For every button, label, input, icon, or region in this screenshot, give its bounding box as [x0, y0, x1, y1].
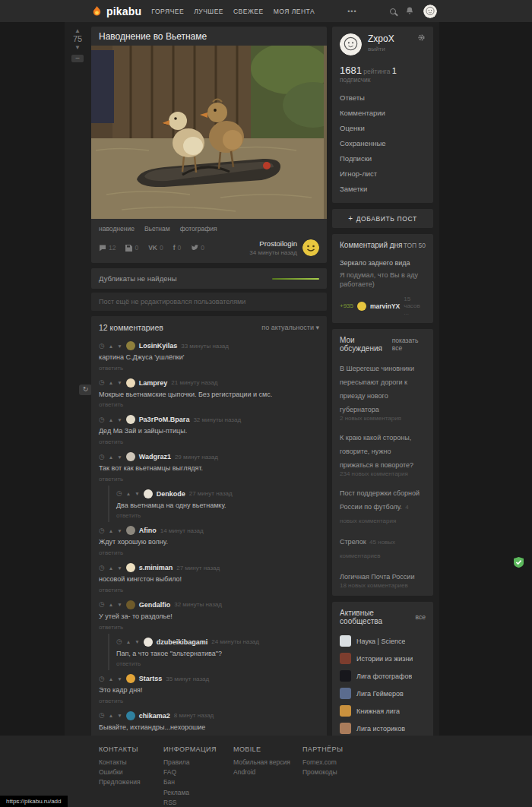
reply-link[interactable]: ответить	[116, 512, 319, 519]
post-author-block[interactable]: Prostoilogin 34 минуты назад	[249, 239, 297, 256]
reply-link[interactable]: ответить	[116, 660, 319, 667]
downvote-icon[interactable]: ▼	[117, 343, 122, 349]
nav-my-feed[interactable]: МОЯ ЛЕНТА	[274, 8, 315, 15]
community-item[interactable]: Книжная лига	[340, 705, 426, 717]
avatar[interactable]	[126, 600, 135, 609]
pikabu-logo[interactable]: pikabu	[91, 5, 141, 17]
discussion-item[interactable]: В Шерегеше чиновники пересыпают дороги к…	[340, 360, 426, 422]
vk-share-stat[interactable]: VK 0	[148, 244, 163, 252]
upvote-icon[interactable]: ▲	[109, 528, 113, 533]
clock-icon[interactable]: ◷	[99, 527, 105, 534]
avatar[interactable]	[126, 674, 135, 683]
profile-username[interactable]: ZxpoX	[368, 33, 394, 44]
upvote-icon[interactable]: ▲	[126, 491, 131, 496]
comments-sort-dropdown[interactable]: по актуальности ▾	[261, 324, 319, 331]
nav-best[interactable]: ЛУЧШЕЕ	[194, 8, 223, 15]
post-author-avatar[interactable]	[302, 239, 319, 256]
bell-icon[interactable]	[406, 7, 413, 15]
clock-icon[interactable]: ◷	[99, 601, 105, 608]
reply-link[interactable]: ответить	[99, 624, 319, 631]
logout-link[interactable]: выйти	[368, 46, 394, 52]
search-icon[interactable]	[390, 8, 396, 14]
show-all-link[interactable]: показать все	[392, 337, 426, 352]
comments-count-stat[interactable]: 12	[99, 244, 116, 252]
discussion-item[interactable]: Пост поддержки сборной России по футболу…	[340, 485, 426, 526]
reply-link[interactable]: ответить	[99, 476, 319, 483]
downvote-icon[interactable]: ▼	[117, 528, 122, 533]
comment-author[interactable]: s.miniman	[139, 564, 173, 571]
clock-icon[interactable]: ◷	[99, 565, 105, 571]
comment-author[interactable]: Afino	[139, 527, 157, 534]
avatar[interactable]	[144, 638, 153, 647]
downvote-icon[interactable]: ▼	[117, 417, 122, 422]
downvote-icon[interactable]: ▼	[117, 454, 122, 460]
profile-menu-saved[interactable]: Сохраненные	[340, 135, 426, 150]
discussion-item[interactable]: Стрелок 45 новых комментариев	[340, 533, 426, 561]
settings-gear-icon[interactable]	[417, 33, 426, 42]
user-avatar[interactable]	[423, 5, 437, 18]
comment-author[interactable]: chikama2	[139, 712, 170, 720]
reply-link[interactable]: ответить	[99, 438, 319, 445]
footer-link[interactable]: FAQ	[163, 767, 229, 777]
comment-author[interactable]: Ра3гРоМ.Врага	[139, 416, 190, 423]
avatar[interactable]	[126, 526, 135, 535]
downvote-icon[interactable]: ▼	[135, 639, 139, 644]
avatar[interactable]	[144, 489, 153, 498]
all-communities-link[interactable]: все	[416, 613, 426, 621]
clock-icon[interactable]: ◷	[99, 712, 105, 719]
downvote-icon[interactable]: ▼	[135, 491, 139, 496]
tag[interactable]: Вьетнам	[144, 225, 170, 233]
profile-menu-subscriptions[interactable]: Подписки	[340, 150, 426, 166]
add-post-button[interactable]: +ДОБАВИТЬ ПОСТ	[332, 209, 433, 228]
upvote-icon[interactable]: ▲	[109, 713, 113, 718]
downvote-icon[interactable]: ▼	[117, 713, 122, 718]
community-item[interactable]: Истории из жизни	[340, 653, 426, 664]
save-stat[interactable]: 0	[125, 244, 138, 252]
upvote-icon[interactable]: ▲	[126, 639, 131, 644]
upvote-icon[interactable]: ▲	[109, 417, 113, 422]
footer-link[interactable]: Android	[233, 767, 290, 777]
community-item[interactable]: Наука | Science	[340, 635, 426, 647]
more-menu-icon[interactable]: •••	[347, 8, 356, 15]
comment-author[interactable]: Lamprey	[139, 379, 168, 387]
refresh-comments-button[interactable]: ↻	[79, 385, 92, 395]
facebook-share-stat[interactable]: f 0	[173, 244, 182, 252]
footer-link[interactable]: Правила	[163, 758, 229, 767]
collapse-post-button[interactable]: –	[71, 55, 84, 62]
footer-link[interactable]: Ошибки	[99, 767, 140, 777]
footer-link[interactable]: Мобильная версия	[233, 758, 290, 767]
footer-link[interactable]: Промокоды	[302, 767, 343, 777]
discussion-item[interactable]: Логичная Почта России 18 новых комментар…	[340, 568, 426, 589]
profile-menu-ignore-list[interactable]: Игнор-лист	[340, 166, 426, 181]
clock-icon[interactable]: ◷	[116, 490, 122, 497]
adblock-shield-icon[interactable]	[514, 557, 524, 568]
avatar[interactable]	[357, 302, 366, 311]
tag[interactable]: наводнение	[99, 225, 135, 233]
comment-author[interactable]: Denkode	[157, 490, 185, 498]
post-image[interactable]	[91, 46, 327, 219]
twitter-share-stat[interactable]: 0	[191, 244, 204, 252]
comment-of-day-post-link[interactable]: Зеркало заднего вида	[340, 259, 426, 267]
avatar[interactable]	[126, 452, 135, 461]
reply-link[interactable]: ответить	[99, 401, 319, 408]
comment-of-day-author[interactable]: marvinYX	[370, 302, 400, 310]
clock-icon[interactable]: ◷	[99, 416, 105, 423]
clock-icon[interactable]: ◷	[116, 638, 122, 645]
upvote-icon[interactable]: ▲	[109, 565, 113, 571]
downvote-icon[interactable]: ▼	[117, 676, 122, 682]
community-item[interactable]: Лига историков	[340, 723, 426, 734]
upvote-icon[interactable]: ▲	[109, 343, 113, 349]
footer-link[interactable]: Бан	[163, 777, 229, 787]
footer-link[interactable]: Контакты	[99, 758, 140, 767]
comment-author[interactable]: LosinKyilas	[139, 342, 178, 350]
footer-link[interactable]: Fornex.com	[302, 758, 343, 767]
downvote-icon[interactable]: ▼	[117, 602, 122, 607]
reply-link[interactable]: ответить	[99, 549, 319, 556]
avatar[interactable]	[126, 563, 135, 572]
top50-link[interactable]: ТОП 50	[404, 242, 426, 249]
downvote-icon[interactable]: ▼	[117, 565, 122, 571]
community-item[interactable]: Лига Геймеров	[340, 688, 426, 699]
nav-fresh[interactable]: СВЕЖЕЕ	[233, 8, 264, 15]
downvote-arrow-icon[interactable]: ▼	[69, 44, 86, 51]
community-item[interactable]: Лига фотографов	[340, 670, 426, 682]
